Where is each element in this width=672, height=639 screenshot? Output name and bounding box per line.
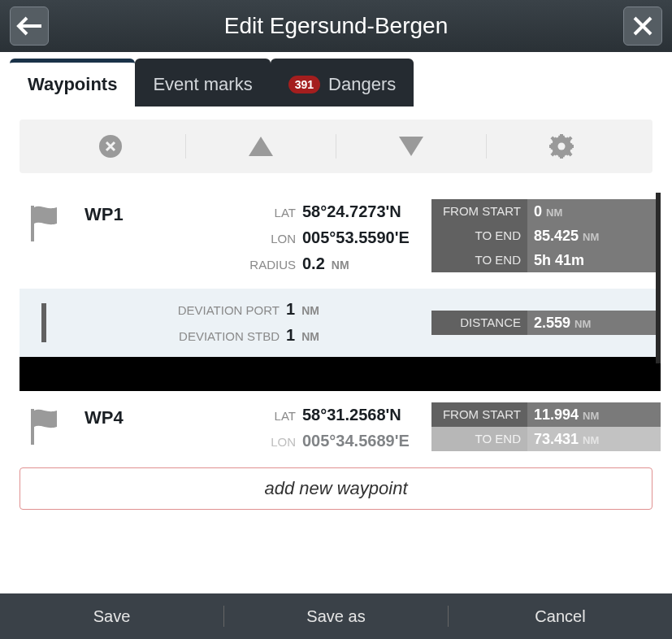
dev-stbd-label: DEVIATION STBD [166, 324, 280, 349]
stat-value: 85.425 [534, 224, 579, 248]
move-up-button[interactable] [186, 135, 336, 158]
back-button[interactable] [10, 7, 49, 46]
stat-label: FROM START [431, 199, 527, 224]
stat-value: 5h 41m [534, 248, 584, 272]
header-bar: Edit Egersund-Bergen [0, 0, 672, 52]
waypoint-list[interactable]: WP1 LAT 58°24.7273'N LON 005°53.5590'E R… [20, 193, 661, 459]
leg-row[interactable]: DEVIATION PORT 1 NM DEVIATION STBD 1 NM … [20, 289, 661, 357]
radius-unit: NM [332, 253, 349, 277]
dev-port-label: DEVIATION PORT [166, 298, 280, 323]
page-title: Edit Egersund-Bergen [224, 13, 449, 39]
stat-unit: NM [583, 428, 599, 453]
radius-value: 0.2 [302, 251, 325, 276]
tabs-row: Waypoints Event marks 391 Dangers [0, 52, 672, 106]
move-down-button[interactable] [336, 135, 486, 158]
deviation-col: DEVIATION PORT 1 NM DEVIATION STBD 1 NM [166, 297, 415, 349]
stat-label: FROM START [431, 402, 527, 427]
settings-button[interactable] [487, 133, 636, 159]
dev-stbd-unit: NM [301, 324, 319, 349]
stat-label: TO END [431, 224, 527, 248]
circle-x-icon [98, 134, 123, 159]
delete-button[interactable] [36, 134, 185, 159]
footer-bar: Save Save as Cancel [0, 593, 672, 639]
lon-value: 005°34.5689'E [302, 428, 410, 453]
tab-label: Event marks [153, 74, 252, 95]
save-as-button[interactable]: Save as [224, 607, 448, 626]
waypoint-toolbar [20, 120, 652, 173]
dangers-count-badge: 391 [288, 76, 320, 93]
distance-unit: NM [574, 312, 591, 337]
flag-icon-col [20, 199, 68, 241]
distance-value: 2.559 [534, 311, 570, 335]
stat-value: 0 [534, 199, 542, 224]
stat-unit: NM [583, 225, 599, 250]
dev-stbd-value: 1 [286, 323, 295, 347]
waypoint-row[interactable]: WP1 LAT 58°24.7273'N LON 005°53.5590'E R… [20, 193, 661, 282]
tab-dangers[interactable]: 391 Dangers [271, 59, 414, 106]
waypoint-name: WP1 [85, 199, 166, 225]
waypoint-row[interactable]: WP4 LAT 58°31.2568'N LON 005°34.5689'E F… [20, 391, 661, 459]
svg-point-12 [558, 143, 566, 150]
leg-bar-icon [41, 303, 46, 342]
save-label: Save [93, 607, 131, 625]
dev-port-value: 1 [286, 297, 295, 321]
lon-value: 005°53.5590'E [302, 225, 410, 250]
coords: LAT 58°24.7273'N LON 005°53.5590'E RADIU… [182, 199, 415, 277]
tab-label: Dangers [328, 74, 396, 95]
stat-unit: NM [546, 201, 562, 225]
tab-event-marks[interactable]: Event marks [135, 59, 270, 106]
stat-label: TO END [431, 248, 527, 272]
stats: FROM START 0 NM TO END 85.425 NM TO END [431, 199, 661, 272]
stat-value: 73.431 [534, 427, 579, 451]
flag-icon [26, 202, 62, 241]
flag-icon [26, 406, 62, 445]
flag-icon-col [20, 402, 68, 445]
stat-value: 11.994 [534, 402, 579, 427]
stats: FROM START 11.994 NM TO END 73.431 NM [431, 402, 661, 451]
waypoint-name: WP4 [85, 402, 166, 428]
tab-label: Waypoints [28, 74, 117, 95]
save-as-label: Save as [306, 607, 365, 625]
triangle-down-icon [397, 135, 425, 158]
scrollbar-thumb[interactable] [656, 193, 661, 363]
cancel-button[interactable]: Cancel [449, 607, 672, 626]
leg-bar-col [20, 303, 68, 342]
lon-label: LON [182, 227, 296, 251]
screenshot-gap [20, 357, 661, 391]
stat-label: TO END [431, 427, 527, 451]
svg-rect-13 [31, 206, 34, 241]
svg-rect-14 [31, 409, 34, 445]
close-button[interactable] [623, 7, 662, 46]
add-waypoint-button[interactable]: add new waypoint [20, 467, 652, 510]
add-waypoint-label: add new waypoint [264, 478, 407, 499]
stat-unit: NM [583, 404, 599, 428]
lat-label: LAT [182, 404, 296, 428]
coords: LAT 58°31.2568'N LON 005°34.5689'E [182, 402, 415, 454]
triangle-up-icon [247, 135, 275, 158]
tab-waypoints[interactable]: Waypoints [10, 59, 135, 106]
save-button[interactable]: Save [0, 607, 223, 626]
radius-label: RADIUS [182, 253, 296, 277]
lat-value: 58°31.2568'N [302, 402, 401, 427]
close-icon [632, 15, 653, 37]
lat-value: 58°24.7273'N [302, 199, 401, 224]
gear-icon [548, 133, 574, 159]
cancel-label: Cancel [535, 607, 585, 625]
distance-label: DISTANCE [431, 311, 527, 335]
lat-label: LAT [182, 201, 296, 225]
content-panel: Waypoints Event marks 391 Dangers [0, 52, 672, 593]
arrow-left-icon [15, 15, 43, 37]
dev-port-unit: NM [301, 298, 319, 323]
leg-stats: DISTANCE 2.559 NM [431, 311, 661, 335]
lon-label: LON [182, 430, 296, 454]
